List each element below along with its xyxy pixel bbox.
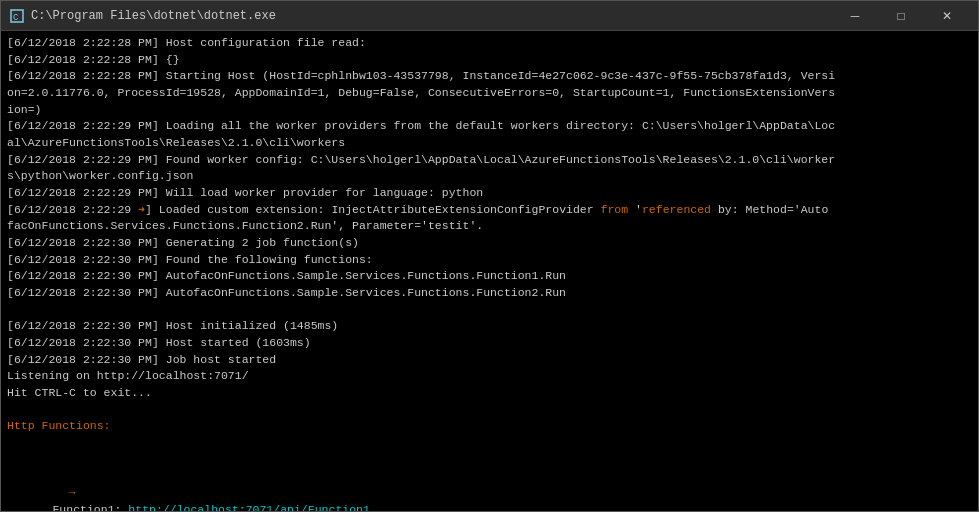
log-line: [6/12/2018 2:22:29 PM] Found worker conf… <box>7 152 972 169</box>
titlebar: C C:\Program Files\dotnet\dotnet.exe ─ □… <box>1 1 978 31</box>
log-line: s\python\worker.config.json <box>7 168 972 185</box>
log-line: facOnFunctions.Services.Functions.Functi… <box>7 218 972 235</box>
log-line: [6/12/2018 2:22:29 PM] Will load worker … <box>7 185 972 202</box>
http-functions-header: Http Functions: <box>7 418 972 435</box>
log-line-empty <box>7 435 972 452</box>
function1-line: → Function1: http://localhost:7071/api/F… <box>7 452 972 511</box>
window-title: C:\Program Files\dotnet\dotnet.exe <box>31 9 832 23</box>
log-line: [6/12/2018 2:22:30 PM] Host started (160… <box>7 335 972 352</box>
app-icon: C <box>9 8 25 24</box>
log-line: Hit CTRL-C to exit... <box>7 385 972 402</box>
log-line-arrow: [6/12/2018 2:22:29 ➜] Loaded custom exte… <box>7 202 972 219</box>
log-line: on=2.0.11776.0, ProcessId=19528, AppDoma… <box>7 85 972 102</box>
log-line: ion=) <box>7 102 972 119</box>
log-line: [6/12/2018 2:22:30 PM] Found the followi… <box>7 252 972 269</box>
close-button[interactable]: ✕ <box>924 1 970 31</box>
log-line: [6/12/2018 2:22:30 PM] Job host started <box>7 352 972 369</box>
minimize-button[interactable]: ─ <box>832 1 878 31</box>
log-line: [6/12/2018 2:22:30 PM] AutofacOnFunction… <box>7 268 972 285</box>
svg-text:C: C <box>13 13 19 23</box>
log-line: al\AzureFunctionsTools\Releases\2.1.0\cl… <box>7 135 972 152</box>
log-line: [6/12/2018 2:22:28 PM] {} <box>7 52 972 69</box>
terminal-output: [6/12/2018 2:22:28 PM] Host configuratio… <box>1 31 978 511</box>
log-line: [6/12/2018 2:22:28 PM] Starting Host (Ho… <box>7 68 972 85</box>
log-line-empty <box>7 302 972 319</box>
window: C C:\Program Files\dotnet\dotnet.exe ─ □… <box>0 0 979 512</box>
maximize-button[interactable]: □ <box>878 1 924 31</box>
log-line: [6/12/2018 2:22:28 PM] Host configuratio… <box>7 35 972 52</box>
log-line-empty <box>7 402 972 419</box>
log-line: [6/12/2018 2:22:30 PM] AutofacOnFunction… <box>7 285 972 302</box>
log-line: [6/12/2018 2:22:30 PM] Generating 2 job … <box>7 235 972 252</box>
log-line: [6/12/2018 2:22:29 PM] Loading all the w… <box>7 118 972 135</box>
log-line: Listening on http://localhost:7071/ <box>7 368 972 385</box>
log-line: [6/12/2018 2:22:30 PM] Host initialized … <box>7 318 972 335</box>
window-controls: ─ □ ✕ <box>832 1 970 31</box>
